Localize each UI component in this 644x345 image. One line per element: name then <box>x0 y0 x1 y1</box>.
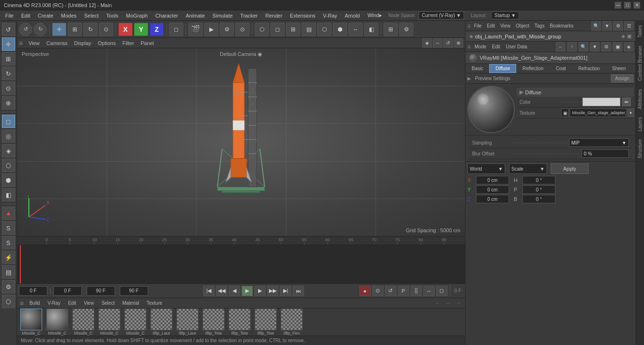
undo-toolbar[interactable]: ↺ <box>19 23 32 36</box>
preview-end-input[interactable] <box>120 286 148 296</box>
attr-tab-coat[interactable]: Coat <box>550 64 572 73</box>
menu-render[interactable]: Render <box>262 12 286 19</box>
menu-edit[interactable]: Edit <box>18 12 34 19</box>
mat-menu-select[interactable]: Select <box>99 300 116 307</box>
menu-tracker[interactable]: Tracker <box>237 12 261 19</box>
obj-more-icon[interactable]: ☰ <box>624 21 634 31</box>
tool15[interactable]: S <box>2 236 15 249</box>
tool12[interactable]: ◧ <box>2 188 15 201</box>
tool13[interactable]: 🔺 <box>2 207 15 220</box>
vp-icon1[interactable]: ◈ <box>422 38 432 48</box>
coord-p-input[interactable] <box>522 185 555 194</box>
layout-dropdown[interactable]: Startup ▼ <box>491 11 519 19</box>
side-tab-structure[interactable]: Structure <box>636 135 644 163</box>
tool5[interactable]: ⊙ <box>2 82 15 95</box>
attr-set-btn[interactable]: ⚙ <box>601 42 611 52</box>
tb12[interactable]: ⊞ <box>286 23 300 36</box>
side-tab-attributes[interactable]: Attributes <box>636 85 644 113</box>
menu-select[interactable]: Select <box>81 12 102 19</box>
tb11[interactable]: ◻ <box>270 23 285 36</box>
node-space-dropdown[interactable]: Current (V-Ray) ▼ <box>419 11 465 19</box>
tb6[interactable]: 🎬 <box>188 23 203 36</box>
x-axis-btn[interactable]: X <box>118 23 133 36</box>
attr-up-btn[interactable]: ↑ <box>567 42 577 52</box>
tool10[interactable]: ⬡ <box>2 159 15 172</box>
menu-wind[interactable]: Wind▸ <box>364 11 385 19</box>
obj-menu-tags[interactable]: Tags <box>533 22 546 29</box>
menu-arnold[interactable]: Arnold <box>341 12 363 19</box>
menu-simulate[interactable]: Simulate <box>209 12 236 19</box>
tb8[interactable]: ⚙ <box>220 23 234 36</box>
tool11[interactable]: ⬢ <box>2 173 15 187</box>
attr-tab-diffuse[interactable]: Diffuse <box>489 64 516 73</box>
obj-menu-bookmarks[interactable]: Bookmarks <box>548 22 575 29</box>
vp-menu-view[interactable]: View <box>26 39 43 47</box>
attr-tab-reflection[interactable]: Reflection <box>516 64 549 73</box>
rotate-btn[interactable]: ↻ <box>83 23 98 36</box>
menu-mograph[interactable]: MoGraph <box>123 12 151 19</box>
transport-prev-key[interactable]: ◀◀ <box>216 286 227 296</box>
apply-button[interactable]: Apply <box>551 163 589 174</box>
attr-tab-basic[interactable]: Basic <box>465 64 489 73</box>
material-thumb-2[interactable]: Missile_C <box>71 309 96 336</box>
obj-vis-icon[interactable]: ◈ <box>621 33 625 39</box>
tb14[interactable]: ⬡ <box>317 23 331 36</box>
attr-search-btn[interactable]: 🔍 <box>579 42 588 52</box>
menu-file[interactable]: File <box>2 12 17 19</box>
obj-menu-view[interactable]: View <box>498 22 512 29</box>
attr-more-btn[interactable]: ▣ <box>613 42 622 52</box>
side-tab-content-browser[interactable]: Content Browser <box>636 41 644 84</box>
tool17[interactable]: ▤ <box>2 265 15 279</box>
vp-icon2[interactable]: ↔ <box>433 38 442 48</box>
vp-menu-cameras[interactable]: Cameras <box>44 39 71 47</box>
transport-snap[interactable]: ↔ <box>423 286 435 296</box>
obj-menu-edit[interactable]: Edit <box>485 22 497 29</box>
vp-icon3[interactable]: ↺ <box>443 38 453 48</box>
minimize-button[interactable]: — <box>615 2 621 9</box>
material-thumb-6[interactable]: Illtp_Laur <box>175 309 200 336</box>
side-tab-layers[interactable]: Layers <box>636 113 644 135</box>
mat-menu-texture[interactable]: Texture <box>145 300 164 307</box>
redo-toolbar[interactable]: ↻ <box>34 23 47 36</box>
transport-loop[interactable]: ↺ <box>385 286 396 296</box>
object-manager-item[interactable]: ◈ obj_Launch_Pad_with_Missile_group ◈ ▣ <box>465 31 635 42</box>
transport-next-frame[interactable]: ▶ <box>254 286 266 296</box>
attr-menu-icon[interactable]: ≡ <box>467 44 471 50</box>
color-swatch[interactable] <box>582 98 620 106</box>
attr-back-btn[interactable]: ← <box>556 42 565 52</box>
transport-next-key[interactable]: ▶▶ <box>267 286 278 296</box>
transport-dots[interactable]: ⣿ <box>411 286 422 296</box>
move-tool[interactable]: ✛ <box>2 37 15 51</box>
material-thumb-5[interactable]: Illtp_Laur <box>149 309 174 336</box>
attr-menu-userdata[interactable]: User Data <box>504 43 529 50</box>
tb17[interactable]: ◧ <box>364 23 378 36</box>
mat-menu-edit[interactable]: Edit <box>66 300 78 307</box>
mat-menu-view[interactable]: View <box>82 300 96 307</box>
coord-x-input[interactable] <box>476 176 509 184</box>
obj-search-icon[interactable]: 🔍 <box>591 21 601 31</box>
vp-menu-display[interactable]: Display <box>71 39 94 47</box>
tb19[interactable]: ⚙ <box>399 23 413 36</box>
sampling-dropdown[interactable]: MIP ▼ <box>569 138 629 147</box>
object-mode[interactable]: ◻ <box>2 115 15 128</box>
blur-offset-value[interactable]: 0 % <box>581 149 629 158</box>
tool18[interactable]: ⚙ <box>2 280 15 293</box>
undo-btn[interactable]: ↺ <box>2 23 15 36</box>
vp-menu-panel[interactable]: Panel <box>138 39 157 47</box>
transport-to-start[interactable]: |◀ <box>203 286 215 296</box>
coord-z-input[interactable] <box>476 195 509 203</box>
scale-tool[interactable]: ⊞ <box>2 52 15 65</box>
material-thumb-3[interactable]: Missile_C <box>97 309 122 336</box>
attr-preview-settings-row[interactable]: ▶ Preview Settings Assign <box>465 73 635 84</box>
tool14[interactable]: S <box>2 221 15 235</box>
tb13[interactable]: ▤ <box>302 23 316 36</box>
attr-assign-label[interactable]: Assign <box>611 74 634 82</box>
tool6[interactable]: ⊕ <box>2 96 15 109</box>
material-thumb-0[interactable]: Missile_C <box>19 309 44 336</box>
viewport-3d[interactable]: X Y Z Perspective Default Camera ◉ Grid … <box>17 48 465 236</box>
menu-character[interactable]: Character <box>152 12 181 19</box>
obj-settings-icon[interactable]: ⚙ <box>613 21 623 31</box>
material-thumb-8[interactable]: Illtp_Tow <box>227 309 252 336</box>
mat-menu-vray[interactable]: V-Ray <box>45 300 62 307</box>
material-thumb-4[interactable]: Missile_C <box>123 309 148 336</box>
